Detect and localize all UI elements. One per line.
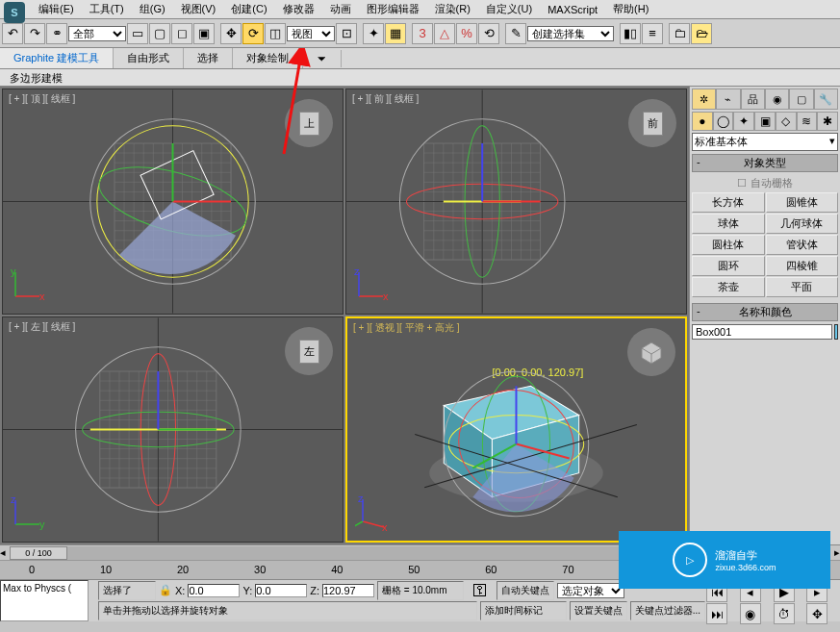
layers-icon[interactable]: 🗀: [669, 23, 690, 44]
select-object-icon[interactable]: ▭: [127, 23, 148, 44]
spacewarps-icon[interactable]: ≋: [797, 112, 818, 131]
coord-y-field[interactable]: [255, 584, 307, 597]
utilities-tab-icon[interactable]: 🔧: [814, 88, 838, 110]
menu-modifiers[interactable]: 修改器: [275, 0, 322, 18]
manipulate-icon[interactable]: ✦: [363, 23, 384, 44]
viewcube-front[interactable]: 前: [628, 99, 676, 147]
menu-tools[interactable]: 工具(T): [82, 0, 132, 18]
app-icon[interactable]: S: [4, 2, 25, 23]
named-selset-dropdown[interactable]: 创建选择集: [527, 26, 614, 41]
display-tab-icon[interactable]: ▢: [789, 88, 813, 110]
viewport-persp-label[interactable]: [ + ][ 透视 ][ 平滑 + 高光 ]: [353, 321, 460, 335]
viewport-front-label[interactable]: [ + ][ 前 ][ 线框 ]: [352, 92, 419, 106]
geometry-icon[interactable]: ●: [692, 112, 713, 131]
btn-teapot[interactable]: 茶壶: [692, 277, 765, 297]
menu-graph-editors[interactable]: 图形编辑器: [359, 0, 427, 18]
btn-pyramid[interactable]: 四棱锥: [766, 256, 839, 276]
viewcube-left[interactable]: 左: [285, 327, 333, 375]
script-listener[interactable]: Max to Physcs (: [0, 580, 89, 621]
menu-group[interactable]: 组(G): [132, 0, 173, 18]
goto-end-icon[interactable]: ⏭: [706, 603, 727, 624]
select-name-icon[interactable]: ▢: [149, 23, 170, 44]
viewport-front[interactable]: [ + ][ 前 ][ 线框 ] 前 xz: [345, 88, 687, 315]
lights-icon[interactable]: ✦: [733, 112, 754, 131]
coord-x-field[interactable]: [188, 584, 240, 597]
coord-z-field[interactable]: [322, 584, 374, 597]
btn-box[interactable]: 长方体: [692, 192, 765, 213]
tab-graphite[interactable]: Graphite 建模工具: [0, 48, 114, 68]
menu-render[interactable]: 渲染(R): [427, 0, 478, 18]
btn-cone[interactable]: 圆锥体: [766, 192, 839, 213]
viewports-container: [ + ][ 顶 ][ 线框 ] 上 xy [ + ][ 前 ][ 线框 ] 前: [0, 87, 689, 544]
rollout-name-color[interactable]: 名称和颜色: [692, 303, 838, 321]
category-dropdown[interactable]: 标准基本体▾: [692, 133, 838, 151]
autokey-button[interactable]: 自动关键点: [496, 581, 554, 600]
viewport-left-label[interactable]: [ + ][ 左 ][ 线框 ]: [9, 320, 75, 334]
tab-freeform[interactable]: 自由形式: [114, 48, 184, 68]
menu-edit[interactable]: 编辑(E): [31, 0, 82, 18]
modify-tab-icon[interactable]: ⌁: [716, 88, 740, 110]
keyboard-shortcut-icon[interactable]: ▦: [385, 23, 406, 44]
key-mode-icon[interactable]: ◉: [740, 603, 761, 624]
menu-bar: 编辑(E) 工具(T) 组(G) 视图(V) 创建(C) 修改器 动画 图形编辑…: [0, 0, 840, 19]
rollout-object-type[interactable]: 对象类型: [692, 154, 838, 172]
viewport-top-label[interactable]: [ + ][ 顶 ][ 线框 ]: [9, 92, 75, 106]
viewport-perspective[interactable]: [ + ][ 透视 ][ 平滑 + 高光 ] [0.00, 0.00, 120.…: [345, 316, 687, 543]
create-tab-icon[interactable]: ✲: [692, 88, 716, 110]
cameras-icon[interactable]: ▣: [754, 112, 776, 131]
key-target-dropdown[interactable]: 选定对象: [557, 583, 624, 598]
viewcube-persp[interactable]: [627, 328, 675, 376]
mirror-icon[interactable]: ▮▯: [620, 23, 641, 44]
btn-cylinder[interactable]: 圆柱体: [692, 235, 765, 255]
viewport-left[interactable]: [ + ][ 左 ][ 线框 ] 左 yz: [2, 316, 344, 543]
redo-icon[interactable]: ↷: [24, 23, 45, 44]
select-rotate-icon[interactable]: ⟳: [242, 23, 264, 44]
align-icon[interactable]: ≡: [642, 23, 663, 44]
window-crossing-icon[interactable]: ▣: [193, 23, 215, 44]
btn-sphere[interactable]: 球体: [692, 214, 765, 234]
spinner-snap-icon[interactable]: ⟲: [478, 23, 499, 44]
hierarchy-tab-icon[interactable]: 品: [741, 88, 765, 110]
menu-create[interactable]: 创建(C): [223, 0, 274, 18]
menu-help[interactable]: 帮助(H): [605, 0, 656, 18]
undo-icon[interactable]: ↶: [2, 23, 23, 44]
watermark-brand: 溜溜自学: [715, 548, 776, 563]
btn-geosphere[interactable]: 几何球体: [766, 214, 839, 234]
btn-plane[interactable]: 平面: [766, 277, 839, 297]
snap-3-icon[interactable]: 3: [412, 23, 433, 44]
time-slider-thumb[interactable]: 0 / 100: [10, 546, 67, 560]
svg-text:x: x: [383, 291, 389, 302]
menu-customize[interactable]: 自定义(U): [478, 0, 540, 18]
nav-pan-icon[interactable]: ✥: [806, 603, 827, 624]
btn-torus[interactable]: 圆环: [692, 256, 765, 276]
rect-select-icon[interactable]: ◻: [171, 23, 192, 44]
edit-selset-icon[interactable]: ✎: [505, 23, 526, 44]
motion-tab-icon[interactable]: ◉: [765, 88, 789, 110]
setkey-button[interactable]: 设置关键点: [570, 601, 627, 620]
select-scale-icon[interactable]: ◫: [265, 23, 286, 44]
time-config-icon[interactable]: ⏱: [774, 603, 795, 624]
object-color-swatch[interactable]: [834, 324, 838, 340]
angle-snap-icon[interactable]: △: [434, 23, 455, 44]
select-move-icon[interactable]: ✥: [220, 23, 242, 44]
helpers-icon[interactable]: ◇: [776, 112, 797, 131]
menu-animation[interactable]: 动画: [322, 0, 359, 18]
object-name-field[interactable]: [692, 324, 832, 340]
percent-snap-icon[interactable]: %: [456, 23, 477, 44]
key-icon[interactable]: ⚿: [467, 582, 494, 599]
btn-tube[interactable]: 管状体: [766, 235, 839, 255]
add-time-tag[interactable]: 添加时间标记: [480, 601, 567, 620]
tab-selection[interactable]: 选择: [184, 48, 233, 68]
curve-editor-icon[interactable]: 🗁: [691, 23, 712, 44]
link-icon[interactable]: ⚭: [46, 23, 67, 44]
shapes-icon[interactable]: ◯: [713, 112, 734, 131]
pivot-icon[interactable]: ⊡: [336, 23, 357, 44]
lock-icon[interactable]: 🔒: [159, 584, 172, 596]
menu-view[interactable]: 视图(V): [173, 0, 224, 18]
ref-coord-dropdown[interactable]: 视图: [287, 26, 335, 41]
selection-filter-dropdown[interactable]: 全部: [68, 26, 126, 41]
autogrid-checkbox[interactable]: ☐ 自动栅格: [692, 174, 838, 192]
key-filters-button[interactable]: 关键点过滤器...: [630, 601, 705, 620]
menu-maxscript[interactable]: MAXScript: [540, 2, 605, 17]
systems-icon[interactable]: ✱: [817, 112, 838, 131]
